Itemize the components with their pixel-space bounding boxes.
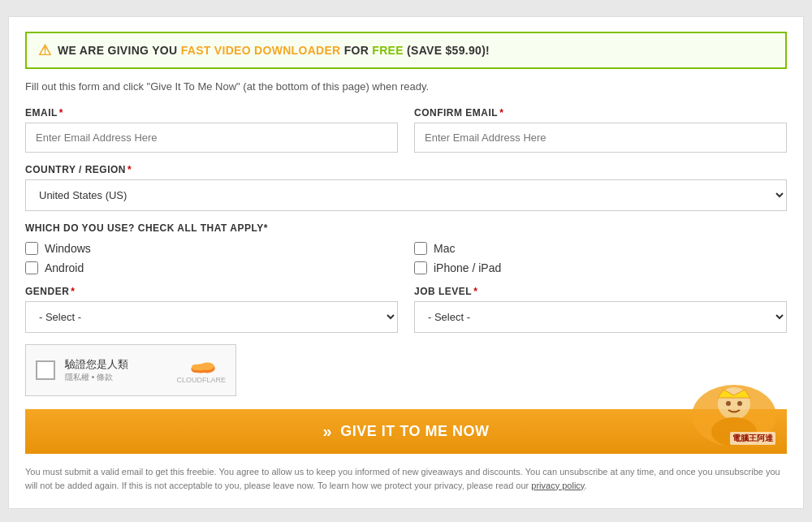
checkbox-item-windows: Windows (25, 242, 398, 255)
submit-button[interactable]: » GIVE IT TO ME NOW (25, 409, 787, 454)
svg-point-11 (737, 401, 742, 406)
cloudflare-label: CLOUDFLARE (176, 376, 226, 384)
android-checkbox[interactable] (25, 261, 38, 274)
cloudflare-icon (187, 356, 216, 374)
gender-joblevel-row: GENDER* - Select - Male Female Other Pre… (25, 286, 787, 333)
captcha-checkbox[interactable] (36, 360, 55, 380)
country-label: COUNTRY / REGION* (25, 164, 787, 175)
windows-checkbox[interactable] (25, 242, 38, 255)
email-input[interactable] (25, 123, 398, 153)
joblevel-group: JOB LEVEL* - Select - Student Entry Leve… (414, 286, 787, 333)
checkboxes-label: WHICH DO YOU USE? CHECK ALL THAT APPLY* (25, 222, 787, 234)
gender-select[interactable]: - Select - Male Female Other Prefer not … (25, 301, 398, 333)
email-row: EMAIL* CONFIRM EMAIL* (25, 107, 787, 153)
captcha-widget[interactable]: 驗證您是人類 隱私權 • 條款 CLOUDFLARE (25, 344, 236, 396)
banner-text: WE ARE GIVING YOU FAST VIDEO DOWNLOADER … (58, 44, 490, 57)
privacy-policy-link[interactable]: privacy policy (531, 481, 584, 490)
ipad-label[interactable]: iPhone / iPad (434, 261, 501, 274)
gender-group: GENDER* - Select - Male Female Other Pre… (25, 286, 398, 333)
checkboxes-section: WHICH DO YOU USE? CHECK ALL THAT APPLY* … (25, 222, 787, 274)
confirm-email-input[interactable] (414, 123, 787, 153)
joblevel-select[interactable]: - Select - Student Entry Level Mid Level… (414, 301, 787, 333)
checkbox-item-mac: Mac (414, 242, 787, 255)
mac-label[interactable]: Mac (434, 242, 455, 255)
warning-icon: ⚠ (38, 41, 51, 59)
svg-marker-9 (718, 390, 750, 398)
country-row: COUNTRY / REGION* United States (US) Can… (25, 164, 787, 211)
submit-row: » GIVE IT TO ME NOW (25, 409, 787, 454)
joblevel-label: JOB LEVEL* (414, 286, 787, 297)
checkbox-grid: Windows Mac Android iPhone / iPad (25, 242, 787, 274)
checkbox-item-android: Android (25, 261, 398, 274)
android-label[interactable]: Android (45, 261, 84, 274)
form-subtitle: Fill out this form and click "Give It To… (25, 80, 787, 93)
country-select[interactable]: United States (US) Canada United Kingdom… (25, 179, 787, 211)
confirm-email-group: CONFIRM EMAIL* (414, 107, 787, 153)
svg-point-5 (192, 365, 200, 370)
captcha-text-block: 驗證您是人類 隱私權 • 條款 (65, 357, 166, 383)
confirm-email-label: CONFIRM EMAIL* (414, 107, 787, 119)
footer-text: You must submit a valid email to get thi… (25, 465, 787, 492)
gender-label: GENDER* (25, 286, 398, 297)
promo-banner: ⚠ WE ARE GIVING YOU FAST VIDEO DOWNLOADE… (25, 32, 787, 69)
captcha-sub-text: 隱私權 • 條款 (65, 372, 166, 383)
svg-point-10 (726, 401, 731, 406)
windows-label[interactable]: Windows (45, 242, 91, 255)
ipad-checkbox[interactable] (414, 261, 427, 274)
cloudflare-logo-block: CLOUDFLARE (176, 356, 226, 384)
email-label: EMAIL* (25, 107, 398, 119)
mac-checkbox[interactable] (414, 242, 427, 255)
captcha-main-text: 驗證您是人類 (65, 357, 166, 372)
submit-label: GIVE IT TO ME NOW (340, 423, 489, 440)
checkbox-item-ipad: iPhone / iPad (414, 261, 787, 274)
email-group: EMAIL* (25, 107, 398, 153)
country-group: COUNTRY / REGION* United States (US) Can… (25, 164, 787, 211)
submit-arrows: » (323, 422, 333, 441)
